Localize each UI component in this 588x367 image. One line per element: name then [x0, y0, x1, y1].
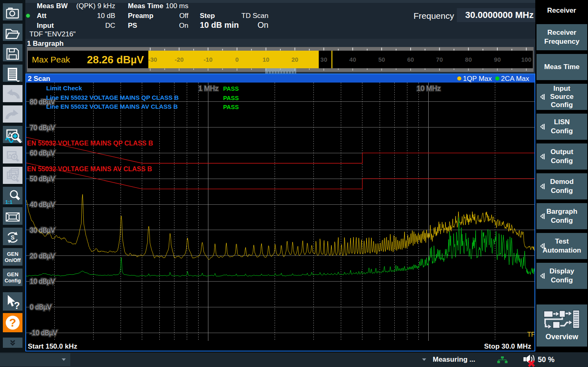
- svg-text:40 dBµV: 40 dBµV: [30, 201, 55, 208]
- svg-text:-30: -30: [148, 56, 157, 63]
- svg-text:70: 70: [436, 56, 443, 63]
- svg-text:On/Off: On/Off: [5, 257, 21, 263]
- svg-text:?: ?: [9, 316, 16, 329]
- svg-text:Line EN 55032 VOLTAGE MAINS AV: Line EN 55032 VOLTAGE MAINS AV CLASS B: [46, 103, 178, 110]
- svg-text:EN 55032 VOLTAGE MAINS QP CLAS: EN 55032 VOLTAGE MAINS QP CLASS B: [27, 140, 153, 147]
- svg-text:70 dBµV: 70 dBµV: [30, 124, 55, 131]
- svg-text:PASS: PASS: [223, 85, 239, 92]
- svg-text:TF: TF: [527, 331, 534, 338]
- svg-text:PASS: PASS: [223, 104, 239, 110]
- svg-text:10 MHz: 10 MHz: [417, 85, 441, 92]
- svg-text:S: S: [11, 234, 14, 241]
- svg-text:PASS: PASS: [223, 95, 239, 101]
- svg-text:50 dBµV: 50 dBµV: [30, 175, 55, 182]
- svg-text:GEN: GEN: [7, 271, 18, 277]
- svg-text:50: 50: [378, 56, 385, 63]
- svg-text:EN 55032 VOLTAGE MAINS AV CLAS: EN 55032 VOLTAGE MAINS AV CLASS B: [27, 166, 152, 172]
- svg-text:30 dBµV: 30 dBµV: [30, 227, 55, 234]
- svg-text:30: 30: [320, 56, 327, 63]
- svg-text:10: 10: [262, 56, 269, 63]
- svg-text:Max Peak: Max Peak: [32, 55, 70, 64]
- svg-text:20: 20: [291, 56, 298, 63]
- svg-text:Limit Check: Limit Check: [46, 85, 82, 92]
- svg-text:60 dBµV: 60 dBµV: [30, 150, 55, 157]
- svg-text:GEN: GEN: [7, 251, 18, 257]
- svg-text:20 dBµV: 20 dBµV: [30, 253, 55, 260]
- svg-text:Line EN 55032 VOLTAGE MAINS QP: Line EN 55032 VOLTAGE MAINS QP CLASS B: [46, 94, 179, 101]
- svg-text:-20: -20: [175, 56, 184, 63]
- svg-text:0: 0: [235, 56, 239, 63]
- svg-text:100: 100: [521, 56, 531, 63]
- svg-text:28.26 dBµV: 28.26 dBµV: [87, 54, 144, 66]
- svg-text:1:1: 1:1: [5, 199, 13, 204]
- svg-text:80: 80: [465, 56, 472, 63]
- svg-text:0 dBµV: 0 dBµV: [30, 304, 51, 311]
- svg-text:90: 90: [494, 56, 501, 63]
- svg-text:60: 60: [407, 56, 414, 63]
- svg-text:40: 40: [349, 56, 356, 63]
- svg-text:-10: -10: [203, 56, 212, 63]
- svg-text:?: ?: [14, 300, 20, 311]
- svg-text:-10 dBµV: -10 dBµV: [30, 329, 57, 336]
- svg-text:Config: Config: [4, 278, 21, 284]
- svg-text:1 MHz: 1 MHz: [198, 85, 218, 92]
- svg-text:10 dBµV: 10 dBµV: [30, 278, 55, 285]
